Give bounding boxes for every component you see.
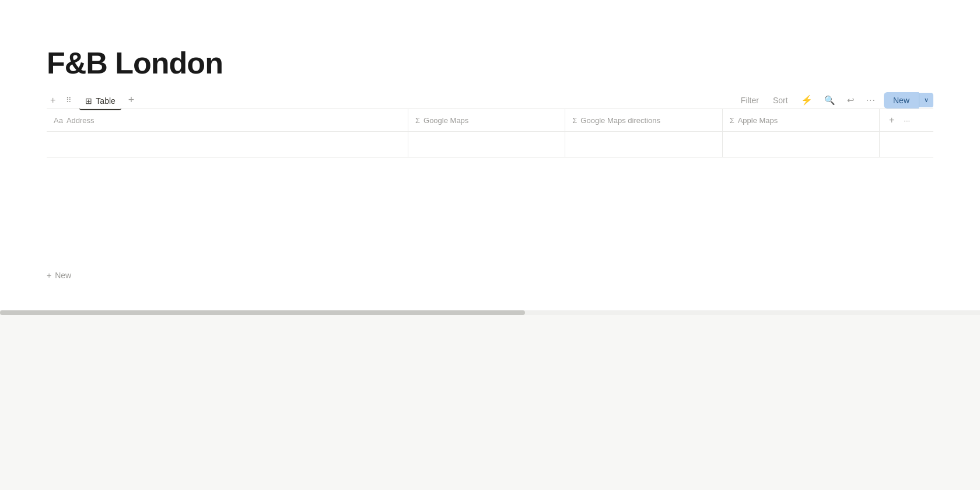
- filter-button[interactable]: Filter: [736, 93, 764, 107]
- column-label-address: Address: [66, 116, 94, 125]
- add-row-button[interactable]: + New: [47, 267, 71, 284]
- lightning-icon: ⚡: [801, 94, 813, 106]
- horizontal-scrollbar[interactable]: [0, 310, 525, 315]
- new-button[interactable]: New: [884, 92, 919, 108]
- table-row: [47, 132, 933, 158]
- page-title: F&B London: [47, 47, 933, 80]
- add-column-header: + ···: [879, 109, 933, 132]
- history-button[interactable]: ↩: [844, 93, 858, 108]
- text-type-icon: Aa: [54, 116, 63, 125]
- column-label-apple-maps: Apple Maps: [738, 116, 778, 125]
- formula-type-icon-3: Σ: [730, 116, 734, 125]
- cell-extra-0: [879, 132, 933, 158]
- main-table: Aa Address Σ Google Maps Σ Google: [47, 109, 933, 158]
- column-header-google-maps[interactable]: Σ Google Maps: [408, 109, 565, 132]
- tab-label: Table: [96, 96, 115, 106]
- search-icon: 🔍: [824, 95, 835, 106]
- chevron-down-icon: ∨: [924, 96, 929, 104]
- add-view-button[interactable]: +: [125, 92, 138, 108]
- cell-google-maps-0[interactable]: [408, 132, 565, 158]
- add-row-label: New: [55, 271, 71, 280]
- add-view-icon-left[interactable]: +: [47, 93, 59, 108]
- new-dropdown-button[interactable]: ∨: [919, 93, 933, 107]
- cell-apple-maps-0[interactable]: [722, 132, 879, 158]
- drag-handle-icon[interactable]: ⠿: [62, 93, 76, 107]
- formula-type-icon-1: Σ: [415, 116, 420, 125]
- table-tab[interactable]: ⊞ Table: [79, 93, 121, 110]
- plus-icon: +: [47, 271, 51, 280]
- search-button[interactable]: 🔍: [821, 93, 839, 108]
- cell-google-maps-directions-0[interactable]: [565, 132, 722, 158]
- more-options-button[interactable]: ···: [863, 93, 879, 108]
- bottom-empty-area: [0, 315, 980, 490]
- add-column-button[interactable]: +: [887, 114, 897, 127]
- column-label-google-maps: Google Maps: [424, 116, 468, 125]
- sort-button[interactable]: Sort: [768, 93, 793, 107]
- history-icon: ↩: [847, 95, 855, 106]
- column-header-apple-maps[interactable]: Σ Apple Maps: [722, 109, 879, 132]
- formula-type-icon-2: Σ: [572, 116, 577, 125]
- column-header-address[interactable]: Aa Address: [47, 109, 408, 132]
- more-columns-button[interactable]: ···: [901, 115, 912, 126]
- column-header-google-maps-directions[interactable]: Σ Google Maps directions: [565, 109, 722, 132]
- lightning-button[interactable]: ⚡: [797, 92, 816, 108]
- more-icon: ···: [866, 95, 876, 106]
- column-label-google-maps-directions: Google Maps directions: [580, 116, 660, 125]
- cell-address-0[interactable]: [47, 132, 408, 158]
- table-icon: ⊞: [85, 96, 92, 106]
- new-button-group: New ∨: [884, 92, 933, 108]
